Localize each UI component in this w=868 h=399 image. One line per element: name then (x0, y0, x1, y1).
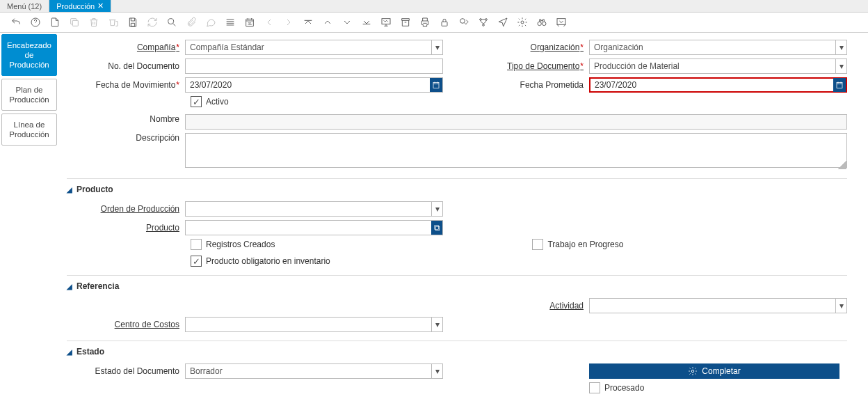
label-cc: Centro de Costos (67, 320, 185, 329)
up-icon[interactable] (321, 16, 334, 29)
label-movedate: Fecha de Movimiento* (67, 80, 185, 90)
archive-icon[interactable] (399, 16, 412, 29)
chevron-down-icon[interactable]: ▾ (835, 40, 846, 54)
reg-checkbox: ✓ (191, 239, 202, 250)
svg-point-12 (538, 22, 541, 25)
svg-point-8 (480, 19, 482, 21)
producto-select[interactable]: ⧉ (185, 220, 443, 235)
side-tab-header[interactable]: Encabezado de Producción (1, 34, 57, 76)
chevron-down-icon[interactable]: ▾ (431, 364, 442, 378)
svg-text:31: 31 (248, 22, 252, 26)
promdate-input[interactable]: 23/07/2020 (589, 77, 847, 93)
lock-icon[interactable] (438, 16, 451, 29)
label-promdate: Fecha Prometida (471, 80, 589, 90)
save-icon[interactable] (127, 16, 139, 29)
procesado-checkbox: ✓ (589, 382, 600, 393)
calendar-icon[interactable]: 31 (243, 16, 256, 29)
activo-checkbox[interactable]: ✓ (191, 96, 202, 107)
svg-point-13 (542, 22, 546, 25)
help-icon[interactable] (29, 16, 42, 29)
label-activo: Activo (206, 97, 229, 107)
binoculars-icon[interactable] (536, 16, 548, 29)
send-icon[interactable] (497, 16, 509, 29)
nombre-input[interactable] (185, 114, 847, 130)
delete-icon (88, 16, 100, 29)
last-icon[interactable] (360, 16, 373, 29)
label-nombre: Nombre (67, 114, 185, 124)
label-reg: Registros Creados (206, 240, 275, 249)
docstate-select[interactable]: Borrador▾ (185, 363, 443, 379)
label-orden: Orden de Producción (67, 204, 185, 214)
chevron-down-icon[interactable]: ▾ (431, 202, 442, 216)
svg-point-17 (692, 370, 695, 373)
list-icon[interactable] (224, 16, 236, 29)
tab-production[interactable]: Producción✕ (49, 0, 111, 12)
doctype-select[interactable]: Producción de Material▾ (589, 58, 847, 74)
refresh-icon (146, 16, 159, 29)
svg-point-11 (521, 21, 524, 24)
chat-icon (204, 16, 217, 29)
calendar-icon[interactable] (430, 78, 442, 92)
svg-rect-1 (72, 20, 78, 26)
lookup-icon[interactable]: ⧉ (431, 221, 442, 235)
label-org: Organización* (471, 42, 589, 52)
collapse-icon[interactable]: ◢ (67, 348, 72, 356)
group-producto[interactable]: ◢Producto (67, 178, 847, 194)
wip-checkbox: ✓ (532, 239, 543, 250)
side-tabs: Encabezado de Producción Plan de Producc… (0, 33, 58, 399)
mand-checkbox[interactable]: ✓ (191, 256, 202, 267)
exit-icon[interactable] (555, 16, 568, 29)
actividad-select[interactable]: ▾ (589, 298, 847, 313)
svg-point-10 (483, 24, 485, 26)
copy-icon (68, 16, 81, 29)
first-icon[interactable] (302, 16, 314, 29)
svg-point-2 (168, 19, 174, 24)
svg-point-9 (485, 19, 488, 21)
group-ref[interactable]: ◢Referencia (67, 275, 847, 291)
chevron-down-icon[interactable]: ▾ (431, 318, 442, 331)
side-tab-line[interactable]: Línea de Producción (1, 114, 57, 146)
label-doctype: Tipo de Documento* (471, 61, 589, 71)
label-producto: Producto (67, 223, 185, 233)
label-docno: No. del Documento (67, 61, 185, 71)
chevron-down-icon[interactable]: ▾ (835, 299, 846, 313)
prev-icon (263, 16, 275, 29)
calendar-icon[interactable] (833, 78, 846, 92)
tab-menu[interactable]: Menú (12) (0, 0, 49, 12)
group-estado[interactable]: ◢Estado (67, 341, 847, 357)
svg-rect-6 (442, 22, 447, 26)
collapse-icon[interactable]: ◢ (67, 283, 72, 290)
org-select[interactable]: Organización▾ (589, 40, 847, 55)
label-procesado: Procesado (604, 383, 644, 393)
close-icon[interactable]: ✕ (97, 1, 104, 10)
label-actividad: Actividad (471, 301, 589, 311)
toolbar: 31 (0, 13, 868, 33)
workflow-icon[interactable] (477, 16, 490, 29)
gear-icon[interactable] (516, 16, 529, 29)
completar-button[interactable]: Completar (589, 363, 839, 379)
new-icon[interactable] (49, 16, 61, 29)
chevron-down-icon[interactable]: ▾ (431, 40, 442, 54)
label-docstate: Estado del Documento (67, 366, 185, 376)
chevron-down-icon[interactable]: ▾ (835, 59, 846, 73)
label-wip: Trabajo en Progreso (547, 240, 623, 249)
desc-textarea[interactable] (185, 133, 847, 168)
orden-select[interactable]: ▾ (185, 201, 443, 217)
undo-icon[interactable] (10, 16, 22, 29)
cc-select[interactable]: ▾ (185, 317, 443, 332)
movedate-input[interactable]: 23/07/2020 (185, 77, 443, 93)
docno-input[interactable] (185, 58, 443, 74)
zoom-across-icon[interactable] (458, 16, 470, 29)
compania-select[interactable]: Compañía Estándar▾ (185, 40, 443, 55)
svg-rect-15 (433, 83, 439, 88)
label-desc: Descripción (67, 133, 185, 143)
svg-rect-14 (557, 19, 565, 25)
search-icon[interactable] (166, 16, 178, 29)
print-icon[interactable] (419, 16, 431, 29)
attach-icon (185, 16, 198, 29)
side-tab-plan[interactable]: Plan de Producción (1, 79, 57, 111)
collapse-icon[interactable]: ◢ (67, 186, 72, 194)
down-icon[interactable] (341, 16, 353, 29)
presentation-icon[interactable] (380, 16, 392, 29)
svg-rect-16 (837, 83, 842, 88)
